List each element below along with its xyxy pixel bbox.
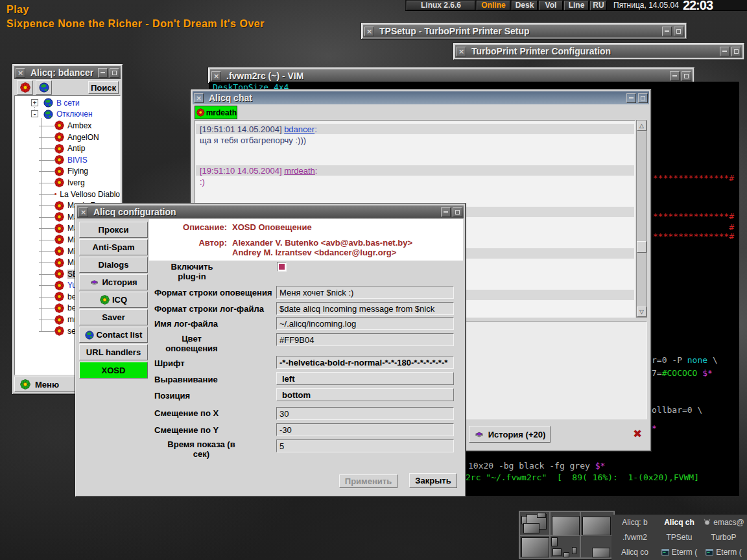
task-eterm-2[interactable]: Eterm (: [700, 545, 747, 560]
pager-desk-2[interactable]: [550, 511, 580, 535]
position-dropdown[interactable]: bottom: [276, 388, 454, 401]
config-titlebar[interactable]: × Alicq configuration: [77, 205, 464, 218]
pager-mini-window[interactable]: [572, 547, 576, 554]
scrollbar-thumb[interactable]: [637, 241, 646, 253]
pager-mini-window[interactable]: [563, 552, 569, 557]
notify-format-input[interactable]: Меня хочет $nick :): [276, 286, 454, 299]
maximize-icon[interactable]: [674, 27, 683, 36]
pager-mini-window[interactable]: [592, 548, 610, 557]
close-chat-x-icon[interactable]: ✖: [630, 426, 645, 441]
task-turboprint[interactable]: TurboP: [700, 530, 747, 544]
nav-antispam[interactable]: Anti-Spam: [79, 239, 148, 255]
pager-desk-1[interactable]: [519, 511, 550, 535]
history-button[interactable]: История (+20): [469, 426, 551, 443]
scroll-down-icon[interactable]: ▽: [637, 307, 646, 317]
nav-contact-list[interactable]: Contact list: [79, 327, 148, 343]
chat-titlebar[interactable]: × Alicq chat: [193, 91, 649, 104]
close-button[interactable]: Закрыть: [409, 473, 457, 488]
nav-saver[interactable]: Saver: [79, 309, 148, 325]
maximize-icon[interactable]: [453, 207, 462, 217]
scroll-up-icon[interactable]: △: [637, 121, 646, 131]
pager-desk-3[interactable]: [580, 511, 614, 535]
pager-mini-window[interactable]: [537, 513, 546, 518]
vim-titlebar[interactable]: × .fvwm2rc (~) - VIM: [210, 69, 693, 82]
tray-kernel-version[interactable]: Linux 2.6.6: [407, 1, 475, 10]
pager-mini-window[interactable]: [552, 516, 580, 536]
chat-scrollbar[interactable]: △ ▽: [636, 120, 647, 318]
nav-xosd[interactable]: XOSD: [79, 362, 148, 379]
contact-row[interactable]: Flying: [15, 166, 120, 178]
pager-desk-5[interactable]: [550, 535, 580, 558]
minimize-icon[interactable]: [441, 207, 451, 217]
pager-desk-6[interactable]: [580, 535, 614, 558]
nick-link[interactable]: mrdeath: [284, 166, 315, 176]
tray-desk-button[interactable]: Desk: [512, 1, 538, 10]
contact-row[interactable]: Antip: [15, 143, 120, 154]
close-icon[interactable]: ×: [16, 68, 25, 78]
minimize-icon[interactable]: [670, 71, 680, 81]
contact-group-online[interactable]: + В сети: [15, 97, 120, 109]
tpsetup-titlebar[interactable]: × TPSetup - TurboPrint Printer Setup: [363, 25, 685, 38]
maximize-icon[interactable]: [731, 47, 741, 56]
contact-group-offline[interactable]: - Отключен: [15, 109, 120, 121]
contact-row[interactable]: Iverg: [15, 177, 120, 189]
network-globe-button[interactable]: [36, 80, 52, 95]
tray-keyboard-layout[interactable]: RU: [590, 1, 607, 10]
apply-button[interactable]: Применить: [339, 474, 397, 488]
chat-tab-mrdeath[interactable]: mrdeath: [195, 106, 237, 119]
close-icon[interactable]: ×: [78, 207, 88, 217]
task-fvwm2rc[interactable]: .fvwm2: [611, 530, 658, 544]
tray-volume-button[interactable]: Vol: [539, 1, 563, 10]
search-button[interactable]: Поиск: [88, 81, 119, 94]
expand-icon[interactable]: +: [31, 99, 38, 106]
minimize-icon[interactable]: [626, 93, 636, 103]
close-icon[interactable]: ×: [364, 27, 374, 36]
contacts-titlebar[interactable]: × Alicq: bdancer: [14, 66, 121, 79]
task-eterm-1[interactable]: Eterm (: [658, 545, 700, 560]
show-time-input[interactable]: 5: [276, 439, 454, 452]
minimize-icon[interactable]: [720, 47, 729, 56]
maximize-icon[interactable]: [682, 71, 691, 81]
logfile-format-input[interactable]: $date alicq Incoming message from $nick: [276, 302, 454, 315]
logfile-name-input[interactable]: ~/.alicq/incoming.log: [276, 317, 454, 330]
pager-mini-window[interactable]: [551, 537, 558, 546]
enable-plugin-checkbox[interactable]: [277, 262, 287, 272]
close-icon[interactable]: ×: [211, 71, 221, 81]
nav-proxy[interactable]: Прокси: [79, 222, 148, 238]
task-tpsetup[interactable]: TPSetu: [658, 530, 700, 544]
collapse-icon[interactable]: -: [31, 110, 38, 117]
nick-link[interactable]: bdancer: [284, 124, 314, 134]
maximize-icon[interactable]: [110, 68, 119, 78]
task-emacs[interactable]: emacs@: [700, 515, 747, 530]
nav-history[interactable]: История: [79, 274, 148, 290]
alignment-dropdown[interactable]: left: [276, 372, 454, 385]
nav-dialogs[interactable]: Dialogs: [79, 257, 148, 273]
contact-row[interactable]: AngelON: [15, 132, 120, 143]
task-alicq-contacts[interactable]: Alicq: b: [611, 515, 658, 530]
pager-mini-window[interactable]: [582, 517, 611, 535]
task-alicq-config[interactable]: Alicq co: [611, 545, 658, 560]
contact-row[interactable]: La Velloso Diablo: [15, 189, 120, 200]
pager-mini-window[interactable]: [523, 523, 540, 533]
nav-icq[interactable]: ICQ: [79, 292, 148, 308]
tray-online-status[interactable]: Online: [477, 1, 510, 10]
task-alicq-chat[interactable]: Alicq ch: [658, 515, 700, 530]
close-icon[interactable]: ×: [194, 93, 204, 103]
nav-url-handlers[interactable]: URL handlers: [79, 344, 148, 360]
minimize-icon[interactable]: [662, 27, 672, 36]
maximize-icon[interactable]: [638, 93, 648, 103]
pager-desk-4[interactable]: [519, 535, 550, 558]
contact-row[interactable]: Ambex: [15, 120, 120, 132]
close-icon[interactable]: ×: [456, 47, 466, 56]
offset-x-input[interactable]: 30: [276, 407, 454, 420]
minimize-icon[interactable]: [98, 68, 108, 78]
contact-row[interactable]: BIVIS: [15, 154, 120, 166]
status-flower-button[interactable]: [17, 80, 33, 95]
notify-color-input[interactable]: #FF9B04: [276, 333, 454, 346]
turboprint-titlebar[interactable]: × TurboPrint Printer Configuration: [455, 45, 742, 58]
tray-line-button[interactable]: Line: [564, 1, 589, 10]
pager-mini-window[interactable]: [521, 537, 549, 557]
font-input[interactable]: -*-helvetica-bold-r-normal-*-*-180-*-*-*…: [276, 356, 454, 369]
pager-mini-window[interactable]: [552, 548, 562, 556]
offset-y-input[interactable]: -30: [276, 423, 454, 436]
